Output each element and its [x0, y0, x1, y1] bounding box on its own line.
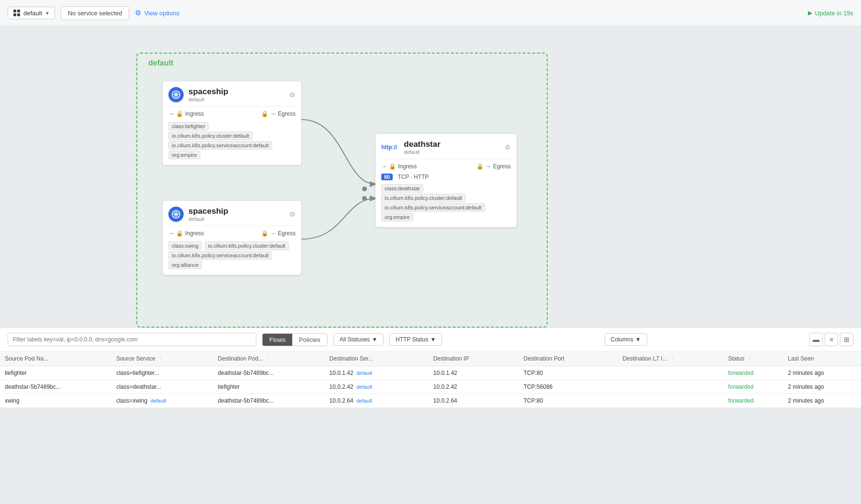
col-dest-port: Destination Port⋮ — [519, 351, 618, 366]
col-menu-icon[interactable]: ⋮ — [472, 356, 476, 362]
namespace-title: default — [148, 59, 173, 67]
card-gear-2[interactable]: ⚙ — [289, 210, 296, 218]
grid-icon — [13, 9, 21, 17]
tag: io.cilium.k8s.policy.cluster:default — [168, 131, 253, 140]
namespace-label: default — [23, 10, 42, 17]
col-last-seen: Last Seen — [783, 351, 861, 366]
tag: io.cilium.k8s.policy.cluster:default — [381, 194, 465, 202]
col-menu-icon[interactable]: ⋮ — [266, 356, 271, 362]
view-double-icon[interactable]: ≡ — [825, 333, 838, 346]
tag: org:empire — [381, 213, 413, 221]
col-menu-icon[interactable]: ⋮ — [376, 356, 381, 362]
flows-table: Source Pod Na...⋮ Source Service⋮ Destin… — [0, 351, 861, 408]
cell-dest-service: 10.0.2.64 default — [325, 394, 429, 408]
col-menu-icon[interactable]: ⋮ — [670, 356, 675, 362]
egress-label-1[interactable]: 🔒→Egress — [261, 110, 296, 117]
card-ns-deathstar: default — [404, 149, 441, 155]
card-ns-2: default — [188, 216, 228, 222]
default-badge: default — [356, 384, 372, 390]
cell-source-pod: deathstar-5b7489bc... — [0, 380, 111, 394]
view-options-button[interactable]: ⚙ View options — [135, 9, 179, 17]
flows-table-container: Source Pod Na...⋮ Source Service⋮ Destin… — [0, 351, 861, 408]
cell-dest-ip: 10.0.1.42 — [429, 366, 519, 380]
col-menu-icon[interactable]: ⋮ — [747, 356, 752, 362]
cell-dest-l7 — [618, 366, 724, 380]
header: default ▼ No service selected ⚙ View opt… — [0, 0, 861, 26]
no-service-button[interactable]: No service selected — [61, 6, 129, 20]
http-badge: http:// — [381, 144, 397, 151]
status-badge: forwarded — [728, 397, 753, 404]
columns-dropdown[interactable]: Columns ▼ — [605, 333, 647, 346]
default-badge: default — [356, 370, 372, 376]
table-row[interactable]: deathstar-5b7489bc... class=deathstar...… — [0, 380, 861, 394]
filter-bar: Flows Policies All Statuses ▼ HTTP Statu… — [0, 328, 861, 351]
tag: class:deathstar — [381, 184, 423, 193]
col-menu-icon[interactable]: ⋮ — [51, 356, 56, 362]
update-status: ▶ Update in 19s — [808, 10, 853, 17]
tag: class:xwing — [168, 241, 202, 250]
view-single-icon[interactable]: ▬ — [809, 333, 823, 346]
cell-dest-l7 — [618, 394, 724, 408]
ingress-label-1[interactable]: →🔒Ingress — [168, 110, 204, 117]
namespace-selector[interactable]: default ▼ — [8, 7, 55, 19]
cell-dest-service: 10.0.2.42 default — [325, 380, 429, 394]
tags-area-2: class:xwing io.cilium.k8s.policy.cluster… — [168, 241, 296, 269]
port-badge: 80 — [381, 174, 393, 180]
table-body: tiefighter class=tiefighter... deathstar… — [0, 366, 861, 408]
svg-rect-2 — [13, 13, 16, 16]
cell-source-service: class=deathstar... — [111, 380, 213, 394]
col-menu-icon[interactable]: ⋮ — [567, 356, 572, 362]
view-grid-icon[interactable]: ⊞ — [840, 333, 853, 346]
card-title-deathstar: deathstar — [404, 140, 441, 149]
all-statuses-dropdown[interactable]: All Statuses ▼ — [333, 333, 384, 346]
cell-last-seen: 2 minutes ago — [783, 380, 861, 394]
cell-dest-port: TCP:80 — [519, 394, 618, 408]
tag: io.cilium.k8s.policy.serviceaccount:defa… — [381, 203, 485, 212]
tag: io.cilium.k8s.policy.serviceaccount:defa… — [168, 251, 272, 260]
table-row[interactable]: xwing class=xwing default deathstar-5b74… — [0, 394, 861, 408]
tab-policies[interactable]: Policies — [292, 334, 327, 346]
cell-dest-port: TCP:56086 — [519, 380, 618, 394]
tag: org:alliance — [168, 261, 202, 269]
chevron-down-icon: ▼ — [45, 11, 50, 16]
http-status-dropdown[interactable]: HTTP Status ▼ — [389, 333, 442, 346]
cell-source-pod: xwing — [0, 394, 111, 408]
svg-rect-1 — [17, 10, 20, 12]
cell-status: forwarded — [723, 366, 783, 380]
col-menu-icon[interactable]: ⋮ — [158, 356, 163, 362]
update-label: Update in 19s — [815, 10, 853, 17]
card-traffic-1: →🔒Ingress 🔒→Egress — [168, 106, 296, 117]
play-icon: ▶ — [808, 10, 812, 16]
filter-input[interactable] — [8, 333, 256, 346]
k8s-icon-2 — [168, 207, 184, 222]
all-statuses-label: All Statuses — [340, 336, 370, 343]
cell-last-seen: 2 minutes ago — [783, 366, 861, 380]
card-traffic-deathstar: →🔒Ingress 🔒→Egress — [381, 159, 511, 170]
card-gear-1[interactable]: ⚙ — [289, 91, 296, 99]
view-icons: ▬ ≡ ⊞ — [809, 333, 853, 346]
port-row: 80 TCP · HTTP — [381, 174, 511, 180]
spaceship-card-1[interactable]: spaceship default ⚙ →🔒Ingress 🔒→Egress c… — [163, 81, 301, 165]
cell-source-service: class=tiefighter... — [111, 366, 213, 380]
col-source-pod: Source Pod Na...⋮ — [0, 351, 111, 366]
col-dest-service: Destination Ser...⋮ — [325, 351, 429, 366]
cell-dest-service: 10.0.1.42 default — [325, 366, 429, 380]
port-proto: TCP · HTTP — [397, 174, 429, 180]
cell-last-seen: 2 minutes ago — [783, 394, 861, 408]
chevron-down-icon: ▼ — [635, 336, 641, 343]
tab-group: Flows Policies — [262, 333, 328, 346]
ingress-label-deathstar[interactable]: →🔒Ingress — [381, 163, 417, 170]
cell-dest-pod: deathstar-5b7489bc... — [213, 366, 324, 380]
cell-dest-l7 — [618, 380, 724, 394]
spaceship-card-2[interactable]: spaceship default ⚙ →🔒Ingress 🔒→Egress c… — [163, 201, 301, 275]
ingress-label-2[interactable]: →🔒Ingress — [168, 230, 204, 237]
table-row[interactable]: tiefighter class=tiefighter... deathstar… — [0, 366, 861, 380]
cell-dest-pod: deathstar-5b7489bc... — [213, 394, 324, 408]
deathstar-card[interactable]: http:// deathstar default ⚙ →🔒Ingress 🔒→… — [375, 134, 517, 227]
canvas: default — [0, 26, 861, 328]
card-gear-deathstar[interactable]: ⚙ — [505, 143, 511, 151]
col-dest-pod: Destination Pod...⋮ — [213, 351, 324, 366]
egress-label-deathstar[interactable]: 🔒→Egress — [476, 163, 511, 170]
tab-flows[interactable]: Flows — [263, 334, 292, 346]
egress-label-2[interactable]: 🔒→Egress — [261, 230, 296, 237]
